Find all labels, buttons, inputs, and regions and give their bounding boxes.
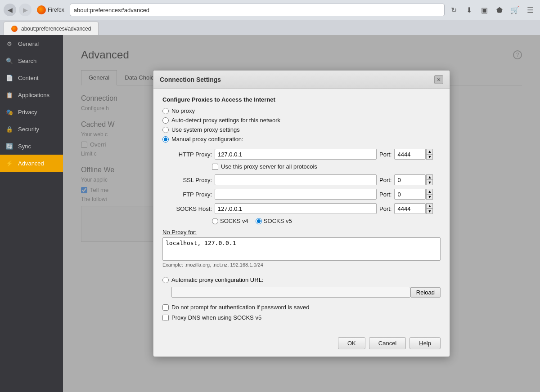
auto-detect-label: Auto-detect proxy settings for this netw… <box>171 117 280 124</box>
ssl-proxy-row: SSL Proxy: Port: ▲ ▼ <box>162 174 441 185</box>
ok-button[interactable]: OK <box>338 337 365 349</box>
use-proxy-all-row: Use this proxy server for all protocols <box>162 163 441 170</box>
main-layout: ⚙ General 🔍 Search 📄 Content 📋 Applicati… <box>0 35 540 392</box>
sidebar-label-privacy: Privacy <box>18 109 37 116</box>
no-proxy-radio[interactable] <box>162 108 169 114</box>
browser-tab[interactable]: about:preferences#advanced <box>4 22 99 35</box>
ssl-port-up[interactable]: ▲ <box>426 174 433 180</box>
no-proxy-section: No Proxy for: localhost, 127.0.0.1 Examp… <box>162 229 441 276</box>
ssl-proxy-label: SSL Proxy: <box>171 177 212 183</box>
http-proxy-input[interactable] <box>215 149 377 160</box>
socks-port-label: Port: <box>379 205 392 212</box>
sidebar-item-sync[interactable]: 🔄 Sync <box>0 138 63 155</box>
ftp-port-label: Port: <box>379 191 392 198</box>
sidebar-item-advanced[interactable]: ⚡ Advanced <box>0 155 63 172</box>
firefox-icon <box>37 5 46 14</box>
sidebar-label-advanced: Advanced <box>18 160 44 167</box>
content-icon: 📄 <box>5 74 14 82</box>
sidebar-item-search[interactable]: 🔍 Search <box>0 52 63 69</box>
reload-button[interactable]: ↻ <box>447 4 460 16</box>
http-port-down[interactable]: ▼ <box>426 154 433 160</box>
auto-detect-radio[interactable] <box>162 117 169 124</box>
help-underline: H <box>419 340 423 347</box>
privacy-icon: 🎭 <box>5 108 14 116</box>
socks-v4-radio[interactable] <box>212 218 218 224</box>
http-port-input[interactable] <box>394 149 426 160</box>
ftp-port-input[interactable] <box>394 189 426 200</box>
socks-port-input[interactable] <box>394 203 426 214</box>
use-proxy-all-label: Use this proxy server for all protocols <box>221 163 317 170</box>
ftp-port-down[interactable]: ▼ <box>426 194 433 200</box>
sidebar-item-privacy[interactable]: 🎭 Privacy <box>0 103 63 120</box>
forward-button[interactable]: ▶ <box>19 4 32 16</box>
sidebar-item-general[interactable]: ⚙ General <box>0 35 63 52</box>
auto-proxy-input-row: Reload <box>162 287 441 298</box>
ssl-port-input[interactable] <box>394 174 426 185</box>
tab-favicon <box>11 26 18 32</box>
dialog-close-button[interactable]: × <box>434 75 443 84</box>
cart-button[interactable]: 🛒 <box>508 4 521 16</box>
connection-settings-dialog: Connection Settings × Configure Proxies … <box>153 70 450 357</box>
http-port-up[interactable]: ▲ <box>426 149 433 154</box>
reload-button[interactable]: Reload <box>410 287 441 298</box>
back-button[interactable]: ◀ <box>4 4 16 16</box>
do-not-prompt-row[interactable]: Do not prompt for authentication if pass… <box>162 304 441 311</box>
help-button[interactable]: Help <box>410 337 441 349</box>
system-proxy-radio-row[interactable]: Use system proxy settings <box>162 126 441 133</box>
help-label-rest: elp <box>423 340 431 347</box>
manual-proxy-label: Manual proxy configuration: <box>171 136 243 143</box>
manual-proxy-radio-row[interactable]: Manual proxy configuration: <box>162 136 441 143</box>
sidebar-item-security[interactable]: 🔒 Security <box>0 120 63 138</box>
browser-toolbar: ◀ ▶ Firefox ↻ ⬇ ▣ ⬟ 🛒 ☰ <box>0 0 540 20</box>
http-proxy-label: HTTP Proxy: <box>171 151 212 158</box>
auto-proxy-url-row: Automatic proxy configuration URL: <box>162 276 441 283</box>
tab-title: about:preferences#advanced <box>21 26 91 32</box>
ssl-proxy-input[interactable] <box>215 174 377 185</box>
ftp-port-up[interactable]: ▲ <box>426 189 433 194</box>
firefox-logo: Firefox <box>34 5 67 14</box>
ftp-proxy-row: FTP Proxy: Port: ▲ ▼ <box>162 189 441 200</box>
proxy-dns-row[interactable]: Proxy DNS when using SOCKS v5 <box>162 314 441 321</box>
auto-proxy-url-input[interactable] <box>171 287 410 298</box>
general-icon: ⚙ <box>5 40 14 48</box>
pocket-button[interactable]: ⬟ <box>493 4 506 16</box>
proxy-dns-label: Proxy DNS when using SOCKS v5 <box>171 314 261 321</box>
http-port-label: Port: <box>379 151 392 158</box>
socks-host-input[interactable] <box>215 203 377 214</box>
menu-button[interactable]: ☰ <box>524 4 536 16</box>
proxy-dns-checkbox[interactable] <box>162 315 169 321</box>
do-not-prompt-checkbox[interactable] <box>162 304 169 311</box>
socks-port-down[interactable]: ▼ <box>426 209 433 214</box>
browser-chrome: ◀ ▶ Firefox ↻ ⬇ ▣ ⬟ 🛒 ☰ about:preference… <box>0 0 540 35</box>
sidebar-item-applications[interactable]: 📋 Applications <box>0 86 63 103</box>
proxy-radio-group: No proxy Auto-detect proxy settings for … <box>162 107 441 143</box>
use-proxy-all-checkbox[interactable] <box>212 164 218 170</box>
cancel-button[interactable]: Cancel <box>369 337 406 349</box>
ssl-port-down[interactable]: ▼ <box>426 180 433 185</box>
sidebar: ⚙ General 🔍 Search 📄 Content 📋 Applicati… <box>0 35 63 392</box>
window-button[interactable]: ▣ <box>478 4 490 16</box>
dialog-header: Connection Settings × <box>153 71 450 89</box>
sidebar-label-applications: Applications <box>18 92 50 98</box>
sidebar-item-content[interactable]: 📄 Content <box>0 69 63 86</box>
no-proxy-textarea[interactable]: localhost, 127.0.0.1 <box>162 237 441 261</box>
socks-port-up[interactable]: ▲ <box>426 203 433 209</box>
dialog-body: Configure Proxies to Access the Internet… <box>153 89 450 332</box>
sidebar-label-sync: Sync <box>18 143 31 150</box>
auto-proxy-radio[interactable] <box>162 277 169 283</box>
socks-v5-radio[interactable] <box>256 218 262 224</box>
auto-detect-radio-row[interactable]: Auto-detect proxy settings for this netw… <box>162 117 441 124</box>
address-bar[interactable] <box>70 4 445 16</box>
socks-v5-radio-row[interactable]: SOCKS v5 <box>256 218 292 224</box>
advanced-icon: ⚡ <box>5 159 14 167</box>
manual-proxy-radio[interactable] <box>162 136 169 143</box>
socks-v4-label: SOCKS v4 <box>220 218 248 224</box>
system-proxy-radio[interactable] <box>162 127 169 133</box>
ftp-proxy-input[interactable] <box>215 189 377 200</box>
download-button[interactable]: ⬇ <box>463 4 475 16</box>
socks-v5-label: SOCKS v5 <box>264 218 292 224</box>
socks-v4-radio-row[interactable]: SOCKS v4 <box>212 218 248 224</box>
sidebar-label-security: Security <box>18 126 39 133</box>
no-proxy-radio-row[interactable]: No proxy <box>162 107 441 114</box>
socks-host-row: SOCKS Host: Port: ▲ ▼ <box>162 203 441 214</box>
